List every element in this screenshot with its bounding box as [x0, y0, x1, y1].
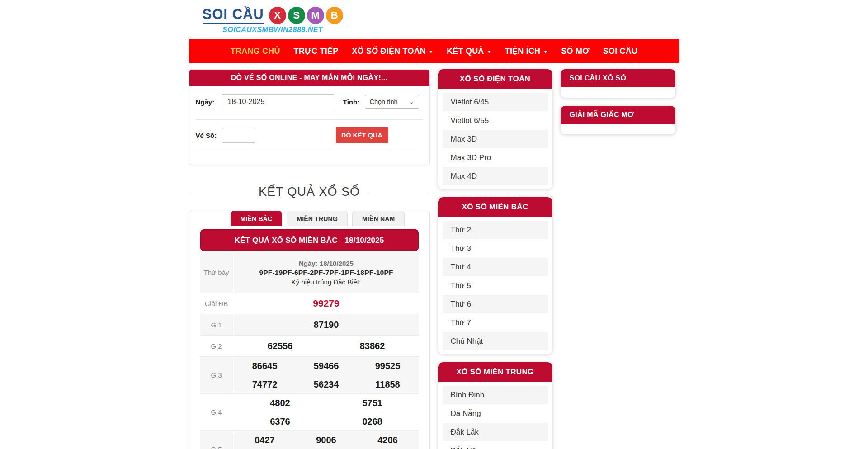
- sidebar-item-vietlot-6-55[interactable]: Vietlot 6/55: [443, 111, 548, 130]
- table-row-g-5: G.5042790064206554147918535: [200, 431, 419, 449]
- logo-domain: SOICAUXSMBWIN2888.NET: [203, 26, 343, 34]
- sidebar-item-binh-dinh[interactable]: Bình Định: [443, 386, 548, 404]
- nav-item-truc-tiep[interactable]: TRỰC TIẾP: [287, 39, 345, 63]
- logo: SOI CẦU XSMB: [203, 6, 343, 24]
- date-input[interactable]: [222, 94, 334, 109]
- panel-xo-so-dien-toan: XỔ SỐ ĐIỆN TOÁNVietlot 6/45Vietlot 6/55M…: [438, 69, 552, 189]
- nav-item-so-mo[interactable]: SỐ MƠ: [554, 39, 596, 63]
- panel-giai-ma-giac-mo: GIẢI MÃ GIẤC MƠ: [561, 106, 675, 134]
- panel-title: XỔ SỐ ĐIỆN TOÁN: [438, 69, 552, 89]
- nav-bar: TRANG CHỦTRỰC TIẾPXỔ SỐ ĐIỆN TOÁN▼KẾT QU…: [189, 39, 679, 63]
- panel-title: GIẢI MÃ GIẤC MƠ: [561, 106, 675, 124]
- ticket-lookup-card: DÒ VÉ SỐ ONLINE - MAY MẮN MỖI NGÀY!... N…: [189, 69, 430, 165]
- logo-badges: XSMB: [267, 7, 343, 24]
- prize-numbers: 042790064206554147918535: [234, 431, 419, 449]
- right-column: SOI CẦU XỔ SỐGIẢI MÃ GIẤC MƠ: [561, 69, 675, 142]
- prize-number: 87190: [314, 316, 339, 334]
- chevron-down-icon: ▼: [429, 50, 433, 54]
- sidebar-item-thu-4[interactable]: Thứ 4: [443, 258, 548, 276]
- nav-item-label: TRANG CHỦ: [231, 47, 280, 56]
- special-symbol-label: Ký hiệu trúng Đặc Biệt:: [292, 278, 361, 286]
- prize-label: G.2: [200, 336, 234, 356]
- sidebar-item-max-3d[interactable]: Max 3D: [443, 130, 548, 148]
- prize-label: G.1: [200, 314, 234, 335]
- nav-item-label: TIỆN ÍCH: [505, 47, 541, 56]
- sidebar-item-vietlot-6-45[interactable]: Vietlot 6/45: [443, 93, 548, 111]
- sidebar-item-da-nang[interactable]: Đà Nẵng: [443, 404, 548, 423]
- panel-xo-so-mien-bac: XỔ SỐ MIỀN BẮCThứ 2Thứ 3Thứ 4Thứ 5Thứ 6T…: [438, 197, 552, 354]
- sidebar-item-thu-2[interactable]: Thứ 2: [443, 221, 548, 239]
- prize-number: 59466: [314, 357, 339, 375]
- prize-label: G.3: [200, 357, 234, 393]
- tab-mien-bac[interactable]: MIỀN BẮC: [231, 211, 283, 226]
- sidebar: XỔ SỐ ĐIỆN TOÁNVietlot 6/45Vietlot 6/55M…: [438, 69, 552, 449]
- sidebar-item-thu-5[interactable]: Thứ 5: [443, 276, 548, 295]
- date-label: Ngày:: [196, 98, 222, 106]
- table-row-giai-db: Giải ĐB99279: [200, 293, 419, 314]
- prize-number: 83862: [360, 337, 385, 355]
- prize-numbers: 4802575163760268: [234, 394, 419, 430]
- table-row-g-4: G.44802575163760268: [200, 394, 419, 431]
- nav-item-label: SỐ MƠ: [561, 47, 589, 56]
- nav-item-ket-qua[interactable]: KẾT QUẢ▼: [440, 39, 498, 63]
- nav-item-xo-so-dien-toan[interactable]: XỔ SỐ ĐIỆN TOÁN▼: [345, 39, 440, 63]
- table-row-date: Thứ bảy Ngày: 18/10/2025 9PF-19PF-6PF-2P…: [200, 252, 419, 293]
- sidebar-item-dak-nong[interactable]: Đắk Nông: [443, 441, 548, 449]
- sidebar-item-max-4d[interactable]: Max 4D: [443, 167, 548, 185]
- results-card: MIỀN BẮCMIỀN TRUNGMIỀN NAM KẾT QUẢ XỔ SỐ…: [189, 211, 430, 449]
- table-row-g-1: G.187190: [200, 314, 419, 336]
- nav-item-soi-cau[interactable]: SOI CẦU: [596, 39, 644, 63]
- panel-xo-so-mien-trung: XỔ SỐ MIỀN TRUNGBình ĐịnhĐà NẵngĐắk LắkĐ…: [438, 362, 552, 449]
- sidebar-item-max-3d-pro[interactable]: Max 3D Pro: [443, 148, 548, 167]
- prize-number: 9006: [316, 431, 336, 449]
- logo-text: SOI CẦU: [203, 6, 264, 24]
- results-heading-text: KẾT QUẢ XỔ SỐ: [259, 185, 360, 199]
- panel-body: [561, 87, 675, 98]
- nav-item-trang-chu[interactable]: TRANG CHỦ: [224, 39, 287, 63]
- nav-item-label: KẾT QUẢ: [447, 47, 484, 56]
- ticket-input[interactable]: [222, 128, 255, 143]
- day-label: Thứ bảy: [200, 252, 234, 293]
- region-tabs: MIỀN BẮCMIỀN TRUNGMIỀN NAM: [200, 211, 419, 226]
- results-table-title: KẾT QUẢ XỔ SỐ MIỀN BẮC - 18/10/2025: [200, 229, 419, 251]
- logo-badge-s: S: [288, 7, 305, 24]
- lookup-body: Ngày: Tỉnh: Chọn tỉnh ⌄ Vé Số: DÒ KẾT QU…: [189, 86, 429, 165]
- panel-body: [561, 124, 675, 134]
- site-header: SOI CẦU XSMB SOICAUXSMBWIN2888.NET: [189, 0, 679, 39]
- main-column: DÒ VÉ SỐ ONLINE - MAY MẮN MỖI NGÀY!... N…: [189, 69, 430, 449]
- prize-number: 11858: [375, 375, 400, 393]
- sidebar-item-dak-lak[interactable]: Đắk Lắk: [443, 423, 548, 441]
- prize-number: 4802: [270, 394, 290, 412]
- prize-numbers: 99279: [234, 293, 419, 314]
- prize-number: 0427: [255, 431, 275, 449]
- panel-items: Vietlot 6/45Vietlot 6/55Max 3DMax 3D Pro…: [438, 89, 552, 185]
- nav-item-tien-ich[interactable]: TIỆN ÍCH▼: [498, 39, 555, 63]
- prize-label: G.4: [200, 394, 234, 430]
- tab-mien-nam[interactable]: MIỀN NAM: [352, 211, 405, 226]
- tab-mien-trung[interactable]: MIỀN TRUNG: [287, 211, 348, 226]
- logo-link[interactable]: SOI CẦU XSMB SOICAUXSMBWIN2888.NET: [203, 6, 343, 34]
- sidebar-item-thu-7[interactable]: Thứ 7: [443, 313, 548, 332]
- prize-number: 5751: [362, 394, 382, 412]
- check-result-button[interactable]: DÒ KẾT QUẢ: [336, 127, 388, 143]
- chevron-down-icon: ▼: [487, 50, 491, 54]
- panel-title: XỔ SỐ MIỀN TRUNG: [438, 362, 552, 382]
- panel-title: SOI CẦU XỔ SỐ: [561, 69, 675, 87]
- table-row-g-3: G.3866455946699525747725623411858: [200, 357, 419, 394]
- province-select[interactable]: Chọn tỉnh ⌄: [365, 95, 419, 109]
- draw-date: Ngày: 18/10/2025: [299, 260, 354, 267]
- sidebar-item-thu-6[interactable]: Thứ 6: [443, 295, 548, 313]
- prize-numbers: 87190: [234, 314, 419, 335]
- results-table: Thứ bảy Ngày: 18/10/2025 9PF-19PF-6PF-2P…: [200, 252, 419, 449]
- prize-number: 86645: [252, 357, 278, 375]
- sidebar-item-thu-3[interactable]: Thứ 3: [443, 239, 548, 258]
- logo-badge-m: M: [307, 7, 324, 24]
- logo-badge-b: B: [326, 7, 343, 24]
- prize-label: G.5: [200, 431, 234, 449]
- prize-numbers: 866455946699525747725623411858: [234, 357, 419, 393]
- panel-items: Bình ĐịnhĐà NẵngĐắk LắkĐắk Nông: [438, 382, 552, 449]
- prize-number: 99525: [375, 357, 401, 375]
- prize-number: 6376: [270, 412, 290, 430]
- prize-number: 56234: [314, 375, 339, 393]
- sidebar-item-chu-nhat[interactable]: Chủ Nhật: [443, 332, 548, 350]
